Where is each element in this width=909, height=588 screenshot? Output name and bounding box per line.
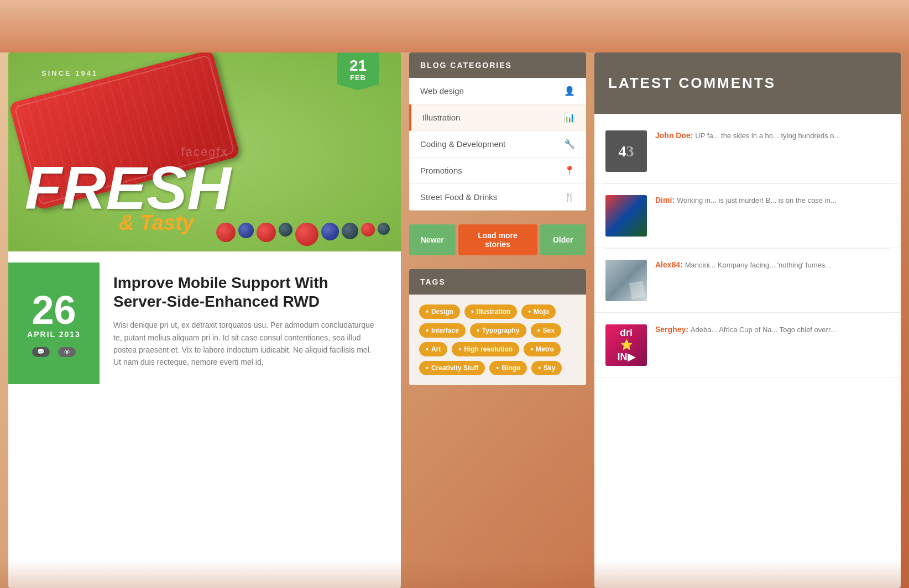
comment-avatar-3 bbox=[605, 260, 647, 301]
comment-item-2: Dimi: Working in... is just murder! B...… bbox=[594, 184, 901, 248]
comment-text-4: Adeba... Africa Cup of Na... Togo chief … bbox=[691, 326, 837, 334]
comment-author-4: Serghey: bbox=[655, 325, 691, 334]
berry-red-4 bbox=[361, 223, 375, 237]
right-column: LATEST COMMENTS 43 John Doe: UP fa... th… bbox=[594, 53, 901, 588]
avatar-colorful-display bbox=[605, 195, 647, 237]
view-icon: 👁 bbox=[58, 347, 76, 357]
tag-typography[interactable]: Typography bbox=[470, 323, 526, 338]
tag-highresolution[interactable]: High resolution bbox=[452, 342, 519, 356]
article-body: Improve Mobile Support With Server-Side-… bbox=[100, 262, 390, 384]
hero-date-badge: 21 FEB bbox=[337, 53, 379, 90]
article-date-label: APRIL 2013 bbox=[27, 330, 81, 339]
since-text: SINCE 1941 bbox=[41, 69, 98, 77]
berries-decoration bbox=[213, 223, 390, 246]
category-item-promotions[interactable]: Promotions 📍 bbox=[409, 158, 586, 184]
category-icon-webdesign: 👤 bbox=[564, 86, 575, 96]
tasty-text: & Tasty bbox=[119, 211, 194, 235]
comment-author-2: Dimi: bbox=[655, 196, 677, 204]
comment-avatar-1: 43 bbox=[605, 130, 647, 172]
avatar-43-display: 43 bbox=[605, 130, 647, 172]
categories-header: BLOG CATEGORIES bbox=[409, 53, 586, 78]
comments-list: 43 John Doe: UP fa... the skies in a ho.… bbox=[594, 114, 901, 383]
hero-image: SINCE 1941 FRESH & Tasty facegfx 21 FEB bbox=[8, 53, 401, 251]
category-item-webdesign[interactable]: Web design 👤 bbox=[409, 78, 586, 104]
tag-sex[interactable]: Sex bbox=[531, 323, 561, 338]
comment-content-4: Serghey: Adeba... Africa Cup of Na... To… bbox=[655, 324, 890, 335]
bottom-fade bbox=[0, 560, 909, 588]
tag-art[interactable]: Art bbox=[419, 342, 447, 356]
category-icon-streetfood: 🍴 bbox=[564, 192, 575, 202]
category-icon-promotions: 📍 bbox=[564, 165, 575, 176]
article-date-block: 26 APRIL 2013 💬 👁 bbox=[8, 262, 100, 384]
berry-blue-2 bbox=[321, 223, 339, 240]
tag-metro[interactable]: Metro bbox=[524, 342, 561, 356]
load-more-button[interactable]: Load more stories bbox=[458, 224, 537, 255]
left-column: SINCE 1941 FRESH & Tasty facegfx 21 FEB … bbox=[8, 53, 401, 588]
comment-text-3: Mancini... Kompany facing... 'nothing' f… bbox=[685, 261, 831, 269]
tags-widget: TAGS Design Illustration Mojo Interface … bbox=[409, 269, 586, 385]
comment-text-2: Working in... is just murder! B... is on… bbox=[677, 196, 837, 204]
fresh-text: FRESH bbox=[25, 158, 231, 218]
category-name-promotions: Promotions bbox=[420, 166, 462, 175]
berry-red-3 bbox=[295, 223, 318, 246]
tag-design[interactable]: Design bbox=[419, 305, 460, 319]
comment-text-1: UP fa... the skies in a ho... tying hund… bbox=[695, 132, 840, 140]
category-name-webdesign: Web design bbox=[420, 86, 464, 96]
dribble-logo: dri⭐IN▶ bbox=[618, 327, 635, 363]
tags-container: Design Illustration Mojo Interface Typog… bbox=[409, 295, 586, 385]
category-name-streetfood: Street Food & Drinks bbox=[420, 192, 497, 202]
berry-black-1 bbox=[279, 223, 292, 237]
comment-avatar-4: dri⭐IN▶ bbox=[605, 324, 647, 366]
tags-header: TAGS bbox=[409, 269, 586, 295]
tag-mojo[interactable]: Mojo bbox=[521, 305, 556, 319]
comment-item-1: 43 John Doe: UP fa... the skies in a ho.… bbox=[594, 119, 901, 183]
tag-creativity[interactable]: Creativity Stuff bbox=[419, 361, 485, 375]
category-icon-coding: 🔧 bbox=[564, 139, 575, 149]
berry-red-2 bbox=[257, 223, 276, 242]
older-button[interactable]: Older bbox=[540, 224, 587, 255]
main-content: SINCE 1941 FRESH & Tasty facegfx 21 FEB … bbox=[0, 53, 909, 588]
category-item-streetfood[interactable]: Street Food & Drinks 🍴 bbox=[409, 184, 586, 211]
comment-author-1: John Doe: bbox=[655, 131, 695, 140]
article-body-text: Wisi denique pri ut, ex detraxit torquat… bbox=[113, 319, 376, 369]
avatar-gray-display bbox=[605, 260, 647, 301]
article-date-day: 26 bbox=[32, 290, 76, 330]
berry-red-1 bbox=[216, 223, 236, 242]
comment-author-3: Alex84: bbox=[655, 260, 685, 269]
tag-interface[interactable]: Interface bbox=[419, 323, 466, 338]
comments-header: LATEST COMMENTS bbox=[594, 53, 901, 114]
pagination-row: Newer Load more stories Older bbox=[409, 219, 586, 261]
article-title: Improve Mobile Support With Server-Side-… bbox=[113, 274, 376, 311]
newer-button[interactable]: Newer bbox=[409, 224, 456, 255]
tag-bingo[interactable]: Bingo bbox=[489, 361, 527, 375]
middle-column: BLOG CATEGORIES Web design 👤 Illustratio… bbox=[409, 53, 586, 588]
tag-sky[interactable]: Sky bbox=[531, 361, 562, 375]
article-section: 26 APRIL 2013 💬 👁 Improve Mobile Support… bbox=[8, 251, 401, 395]
categories-widget: BLOG CATEGORIES Web design 👤 Illustratio… bbox=[409, 53, 586, 211]
category-item-illustration[interactable]: Illustration 📊 bbox=[409, 104, 586, 131]
category-icon-illustration: 📊 bbox=[564, 112, 575, 123]
hero-date-month: FEB bbox=[337, 74, 379, 82]
avatar-pink-display: dri⭐IN▶ bbox=[605, 324, 647, 366]
category-item-coding[interactable]: Coding & Development 🔧 bbox=[409, 131, 586, 158]
category-list: Web design 👤 Illustration 📊 Coding & Dev… bbox=[409, 78, 586, 211]
comment-item-3: Alex84: Mancini... Kompany facing... 'no… bbox=[594, 249, 901, 313]
comment-avatar-2 bbox=[605, 195, 647, 237]
comment-content-3: Alex84: Mancini... Kompany facing... 'no… bbox=[655, 260, 890, 271]
berry-black-3 bbox=[378, 223, 390, 235]
category-name-coding: Coding & Development bbox=[420, 139, 505, 149]
comment-icon: 💬 bbox=[32, 347, 50, 357]
comment-content-2: Dimi: Working in... is just murder! B...… bbox=[655, 195, 890, 206]
berry-blue-1 bbox=[238, 223, 254, 238]
article-icons: 💬 👁 bbox=[32, 347, 76, 357]
comment-item-4: dri⭐IN▶ Serghey: Adeba... Africa Cup of … bbox=[594, 313, 901, 377]
category-name-illustration: Illustration bbox=[422, 113, 460, 122]
berry-black-2 bbox=[342, 223, 358, 239]
top-bar bbox=[0, 0, 909, 53]
tag-illustration[interactable]: Illustration bbox=[464, 305, 517, 319]
comment-content-1: John Doe: UP fa... the skies in a ho... … bbox=[655, 130, 890, 141]
hero-date-day: 21 bbox=[337, 58, 379, 74]
